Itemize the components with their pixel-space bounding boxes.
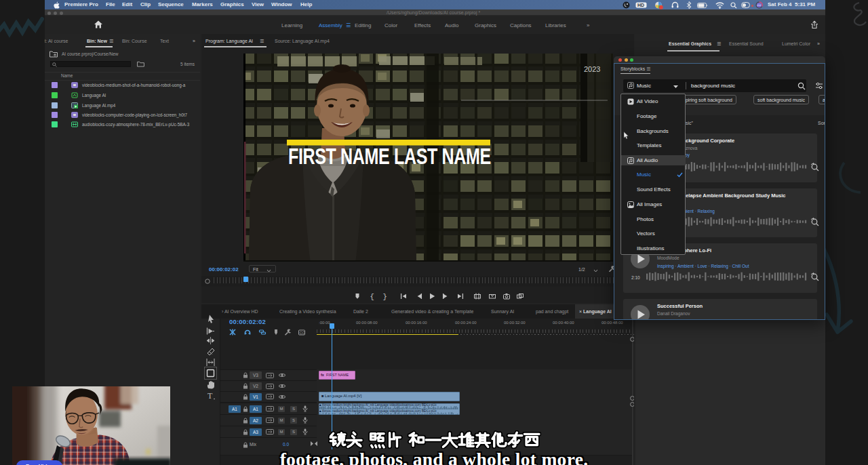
svg-text:HD: HD xyxy=(637,3,644,7)
svg-text:FIRST NAME LAST NAME: FIRST NAME LAST NAME xyxy=(288,144,491,169)
svg-text:}: } xyxy=(383,293,387,300)
svg-text:CC: CC xyxy=(300,331,305,335)
svg-text:{: { xyxy=(370,293,374,300)
svg-text:2023: 2023 xyxy=(584,65,600,73)
svg-text:T: T xyxy=(208,391,213,401)
